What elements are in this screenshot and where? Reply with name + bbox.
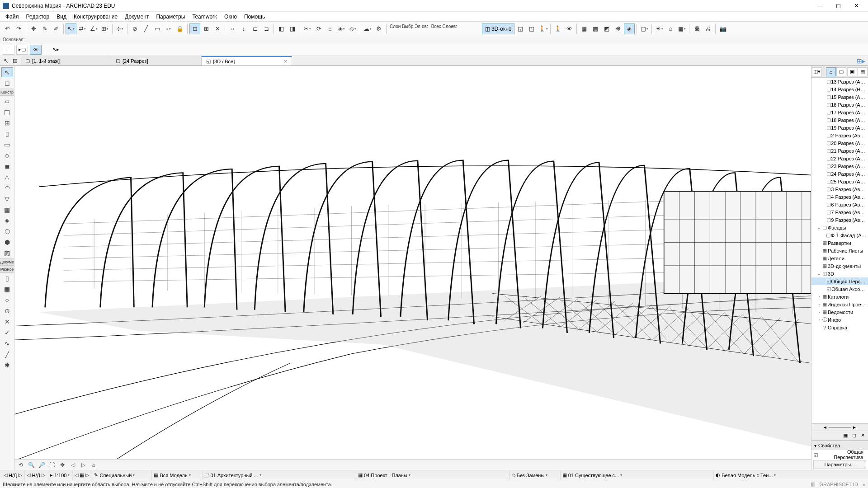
sub-2[interactable]: ▸▢ — [16, 45, 28, 55]
ruler-4[interactable]: ⊐ — [261, 23, 272, 34]
wall-tool[interactable]: ▱ — [1, 96, 13, 106]
line-tool[interactable]: ╱ — [141, 23, 151, 34]
edit-1[interactable]: ✂ — [302, 23, 313, 34]
sn-s1[interactable]: ⬚01 Архитектурный ...▾ — [202, 471, 355, 480]
menu-document[interactable]: Документ — [121, 13, 152, 21]
sn-s5[interactable]: ◐Белая Модель с Тен...▾ — [713, 471, 866, 480]
nav-del-icon[interactable]: ◻ — [850, 432, 858, 440]
edit-2[interactable]: ⟳ — [313, 23, 324, 34]
menu-help[interactable]: Помощь — [241, 13, 269, 21]
fill-tool[interactable]: ∿ — [1, 338, 13, 348]
marquee-tool[interactable]: ◻ — [1, 78, 13, 88]
sync-icon[interactable]: ▥ — [811, 481, 815, 487]
tab-section[interactable]: ▢ [24 Разрез] — [111, 56, 202, 66]
lock-tool[interactable]: 🔒 — [175, 23, 185, 34]
elevation-tool[interactable]: ▦ — [1, 284, 13, 294]
tree-row[interactable]: ⌄▢Фасады — [811, 224, 868, 231]
offset-mode-button[interactable]: ⇄ — [77, 23, 88, 34]
pan-icon[interactable]: ✥ — [58, 461, 67, 469]
tree-row[interactable]: ▢13 Разрез (Автомат — [811, 78, 868, 85]
3d-persp[interactable]: ◱ — [515, 23, 526, 34]
cursor-mode-button[interactable]: ↖ — [66, 23, 76, 34]
snap-1[interactable]: ⊡ — [189, 23, 200, 34]
sn-model[interactable]: ▦Вся Модель▾ — [151, 471, 201, 480]
tree-row[interactable]: ▢14 Разрез (Независ — [811, 85, 868, 93]
tree-row[interactable]: ›ⓘИнфо — [811, 316, 868, 324]
tree-row[interactable]: ▦3D-документы — [811, 262, 868, 270]
nav-view-map[interactable]: ▢ — [836, 67, 846, 76]
tree-row[interactable]: ▢2 Разрез (Автомати — [811, 131, 868, 139]
window-tool[interactable]: ⊞ — [1, 118, 13, 128]
view-1[interactable]: ☁ — [362, 23, 373, 34]
line-tool-2[interactable]: ╱ — [1, 349, 13, 359]
expand-icon[interactable]: ⌄ — [817, 272, 821, 276]
arrow-tool[interactable]: ↖ — [1, 67, 13, 77]
inject-button[interactable]: ✐ — [51, 23, 61, 34]
home-view-icon[interactable]: ⌂ — [89, 461, 98, 469]
3d-viewport[interactable]: ⟲ 🔍 🔎 ⛶ ✥ ◁ ▷ ⌂ — [14, 66, 811, 470]
mesh-tool[interactable]: ▨ — [1, 248, 13, 258]
zoom-out-icon[interactable]: 🔎 — [37, 461, 46, 469]
sn-s4[interactable]: ▦01 Существующее с...▾ — [560, 471, 713, 480]
tree-row[interactable]: ›▦Каталоги — [811, 293, 868, 300]
tree-row[interactable]: ›▦Индексы Проекта — [811, 300, 868, 308]
orbit-icon[interactable]: ⟲ — [16, 461, 25, 469]
snap-3[interactable]: ✕ — [212, 23, 223, 34]
trim-1[interactable]: ◧ — [276, 23, 287, 34]
arrow-tool-tab[interactable]: ↖ — [2, 57, 10, 65]
sn-s2[interactable]: ▦04 Проект - Планы▾ — [356, 471, 509, 480]
roof-tool[interactable]: △ — [1, 172, 13, 182]
tree-row[interactable]: ▢23 Разрез (Автомат — [811, 162, 868, 170]
minimize-button[interactable]: — — [811, 0, 829, 11]
skylight-tool[interactable]: ▽ — [1, 194, 13, 204]
nav-popup[interactable]: ◫▾ — [812, 67, 822, 76]
grid-button[interactable]: ⊹ — [114, 23, 125, 34]
prev-view-icon[interactable]: ◁ — [68, 461, 77, 469]
menu-construction[interactable]: Конструирование — [70, 13, 121, 21]
cam-1[interactable]: 🚶 — [552, 23, 563, 34]
expand-icon[interactable]: ⌄ — [817, 225, 821, 230]
edit-4[interactable]: ◈ — [336, 23, 347, 34]
expand-icon[interactable]: › — [817, 318, 821, 322]
slab-tool[interactable]: ◇ — [1, 150, 13, 160]
sub-1[interactable]: ⊢ — [3, 45, 14, 55]
snap-2[interactable]: ⊞ — [201, 23, 212, 34]
zoom-in-icon[interactable]: 🔍 — [27, 461, 36, 469]
door-tool[interactable]: ◫ — [1, 107, 13, 117]
nav-link-icon[interactable]: ⊞▸ — [857, 57, 865, 65]
edit-5[interactable]: ◇ — [347, 23, 358, 34]
tree-row[interactable]: ▢20 Разрез (Автомат — [811, 139, 868, 147]
tab-close-icon[interactable]: × — [284, 58, 287, 65]
sn-scale[interactable]: ▸1:100▾ — [48, 471, 72, 480]
sn-coord2[interactable]: ◁Н/Д▷ — [24, 471, 47, 480]
floor-1[interactable]: ▢ — [639, 23, 650, 34]
tree-row[interactable]: ▦Детали — [811, 254, 868, 262]
worksheet-tool[interactable]: ⊙ — [1, 306, 13, 316]
properties-params-button[interactable]: Параметры... — [813, 460, 866, 469]
nav-layout[interactable]: ▣ — [847, 67, 857, 76]
tree-row[interactable]: ▢15 Разрез (Автомат — [811, 93, 868, 101]
tree-row[interactable]: ▢9 Разрез (Автомати — [811, 216, 868, 224]
morph-tool[interactable]: ◈ — [1, 216, 13, 225]
nav-scroll[interactable]: ◄ ─────── ► — [811, 423, 868, 431]
close-button[interactable]: ✕ — [847, 0, 865, 11]
beam-tool[interactable]: ▭ — [1, 140, 13, 150]
geometry-mode-button[interactable]: ⊞ — [99, 23, 110, 34]
tree-row[interactable]: ?Справка — [811, 324, 868, 331]
suspend-button[interactable]: ⊘ — [129, 23, 140, 34]
tree-row[interactable]: ▢21 Разрез (Автомат — [811, 147, 868, 155]
label-tool[interactable]: ✓ — [1, 328, 13, 338]
detail-tool[interactable]: ○ — [1, 295, 13, 305]
menu-view[interactable]: Вид — [53, 13, 70, 21]
grid-tab[interactable]: ⊞ — [11, 57, 19, 65]
redo-button[interactable]: ↷ — [13, 23, 24, 34]
group-tool[interactable]: ▫ — [163, 23, 174, 34]
curtain-tool[interactable]: ▦ — [1, 205, 13, 215]
sun-2[interactable]: ⌂ — [665, 23, 676, 34]
view-2[interactable]: ⚙ — [373, 23, 384, 34]
3d-window-button[interactable]: ◫ 3D-окно — [482, 23, 515, 34]
tree-row[interactable]: ▦Развертки — [811, 239, 868, 247]
expand-icon[interactable]: › — [817, 295, 821, 299]
render-5[interactable]: ◈ — [624, 23, 635, 34]
fit-icon[interactable]: ⛶ — [47, 461, 57, 469]
